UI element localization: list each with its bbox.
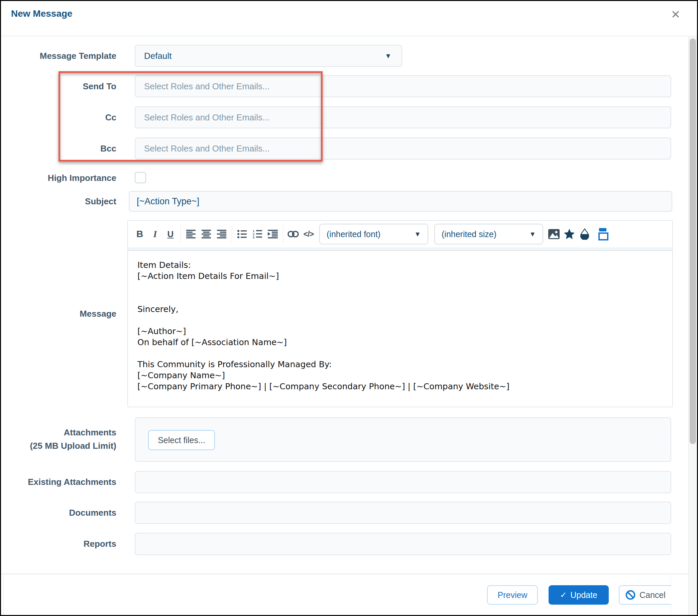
message-line	[137, 282, 663, 292]
font-family-value: (inherited font)	[326, 229, 380, 239]
cc-label: Cc	[1, 106, 116, 128]
toolbar-separator	[181, 225, 181, 243]
underline-icon[interactable]: U	[163, 225, 178, 244]
special-character-icon[interactable]: A	[562, 225, 577, 244]
select-files-button[interactable]: Select files...	[148, 430, 215, 450]
toolbar-separator	[283, 225, 283, 243]
message-line	[137, 348, 663, 359]
cancel-button[interactable]: Cancel	[619, 585, 671, 605]
font-size-value: (inherited size)	[442, 229, 497, 239]
subject-label: Subject	[1, 191, 116, 212]
color-picker-icon[interactable]	[577, 225, 592, 244]
attachments-label-line1: Attachments	[1, 426, 116, 439]
documents-label: Documents	[1, 502, 116, 524]
message-template-label: Message Template	[1, 45, 116, 67]
message-line: [~Action Item Details For Email~]	[137, 271, 663, 282]
cancel-icon	[626, 590, 636, 600]
message-line: Sincerely,	[137, 304, 663, 315]
close-icon[interactable]: ✕	[668, 6, 684, 23]
insert-link-icon[interactable]	[285, 225, 301, 244]
new-message-dialog: New Message ✕ Message Template Default ▼…	[0, 0, 698, 616]
svg-text:1: 1	[253, 229, 254, 233]
footer-divider	[1, 574, 688, 574]
update-button[interactable]: ✓ Update	[548, 585, 609, 605]
documents-field[interactable]	[135, 502, 671, 524]
message-line: [~Author~]	[137, 326, 663, 337]
cancel-button-label: Cancel	[640, 590, 666, 600]
message-template-value: Default	[144, 51, 171, 61]
scrollbar-track[interactable]	[688, 37, 697, 616]
svg-text:3: 3	[253, 236, 254, 239]
font-family-dropdown[interactable]: (inherited font) ▼	[319, 224, 428, 245]
bcc-field[interactable]	[135, 137, 671, 160]
message-line	[137, 315, 663, 326]
high-importance-label: High Importance	[1, 172, 116, 183]
italic-icon[interactable]: I	[148, 225, 163, 244]
chevron-down-icon: ▼	[385, 52, 391, 60]
subject-input[interactable]	[129, 192, 672, 211]
subject-field[interactable]	[129, 191, 672, 212]
code-view-icon[interactable]: </>	[301, 225, 316, 244]
bold-icon[interactable]: B	[132, 225, 148, 244]
bcc-label: Bcc	[1, 137, 116, 160]
svg-text:A: A	[568, 231, 571, 237]
toolbar-bottom-strip	[128, 247, 672, 250]
bullet-list-icon[interactable]	[234, 225, 250, 244]
insert-image-icon[interactable]	[546, 225, 562, 244]
message-body-editor[interactable]: Item Details: [~Action Item Details For …	[128, 250, 672, 407]
chevron-down-icon: ▼	[529, 230, 536, 238]
merge-field-icon[interactable]	[596, 225, 611, 244]
existing-attachments-label: Existing Attachments	[1, 471, 116, 493]
header-divider	[1, 36, 697, 37]
preview-button[interactable]: Preview	[487, 585, 538, 605]
message-line: [~Company Primary Phone~] | [~Company Se…	[137, 381, 663, 392]
font-size-dropdown[interactable]: (inherited size) ▼	[434, 224, 543, 245]
indent-icon[interactable]	[265, 225, 280, 244]
scrollbar-thumb[interactable]	[690, 39, 696, 444]
attachments-dropzone: Select files...	[135, 417, 671, 462]
align-left-icon[interactable]	[183, 225, 198, 244]
high-importance-checkbox[interactable]	[135, 172, 146, 183]
attachments-label: Attachments (25 MB Upload Limit)	[1, 426, 116, 452]
update-button-label: Update	[570, 590, 597, 600]
cc-input[interactable]	[135, 107, 671, 128]
bcc-input[interactable]	[135, 138, 671, 159]
message-line	[137, 292, 663, 304]
svg-text:2: 2	[253, 233, 254, 236]
numbered-list-icon[interactable]: 123	[250, 225, 265, 244]
attachments-label-line2: (25 MB Upload Limit)	[1, 439, 116, 452]
message-label: Message	[1, 308, 116, 319]
dialog-title: New Message	[11, 8, 72, 19]
send-to-label: Send To	[1, 75, 116, 97]
check-icon: ✓	[560, 590, 567, 600]
existing-attachments-field[interactable]	[135, 471, 671, 493]
send-to-field[interactable]	[135, 75, 671, 97]
message-line: On behalf of [~Association Name~]	[137, 337, 663, 348]
message-template-dropdown[interactable]: Default ▼	[135, 45, 402, 67]
toolbar-separator	[232, 225, 232, 243]
reports-field[interactable]	[135, 533, 671, 555]
align-right-icon[interactable]	[214, 225, 229, 244]
chevron-down-icon: ▼	[414, 230, 421, 238]
footer-left-edge	[3, 575, 4, 615]
align-center-icon[interactable]	[198, 225, 214, 244]
editor-toolbar: B I U 123	[128, 221, 672, 247]
message-line: This Community is Professionally Managed…	[137, 359, 663, 370]
rich-text-editor: B I U 123	[127, 220, 673, 407]
reports-label: Reports	[1, 533, 116, 555]
message-line: Item Details:	[137, 260, 663, 271]
message-line: [~Company Name~]	[137, 370, 663, 381]
send-to-input[interactable]	[135, 76, 671, 97]
cc-field[interactable]	[135, 106, 671, 128]
